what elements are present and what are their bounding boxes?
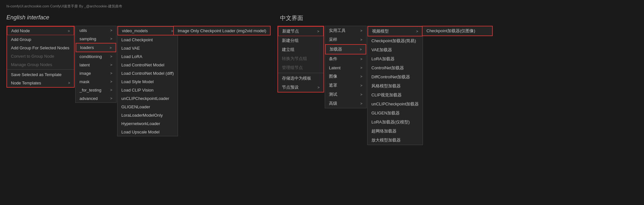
chinese-main-menu-item-4[interactable]: 管理组节点 (278, 63, 323, 72)
arrow-icon: > (110, 88, 112, 92)
chinese-loader-item-3[interactable]: ControlNet加载器 (368, 63, 423, 73)
chinese-loader-item-2[interactable]: LoRA加载器 (368, 54, 423, 63)
english-main-menu-item-5[interactable]: Save Selected as Template (7, 70, 74, 79)
english-utils-item-2[interactable]: loaders> (76, 43, 116, 52)
arrow-icon: > (110, 37, 112, 41)
english-loader-item-1[interactable]: Load VAE (117, 44, 178, 52)
arrow-icon: > (110, 96, 112, 100)
arrow-icon: > (360, 83, 362, 87)
chinese-section-title: 中文界面 (280, 14, 303, 22)
arrow-icon: > (110, 54, 112, 58)
chinese-utils-item-7[interactable]: 测试> (325, 90, 366, 99)
arrow-icon: > (317, 29, 319, 33)
chinese-main-menu-item-2[interactable]: 建立组 (278, 45, 323, 54)
english-utils-item-1[interactable]: sampling> (76, 34, 116, 43)
arrow-icon: > (416, 29, 418, 33)
chinese-utils-item-5[interactable]: 图像> (325, 72, 366, 81)
chinese-main-menu: 新建节点>新建分组建立组转换为节点组管理组节点存储选中为模板节点预设> (277, 26, 324, 93)
chinese-main-menu-item-5[interactable]: 存储选中为模板 (278, 74, 323, 83)
english-utils-item-0[interactable]: utils> (76, 26, 116, 34)
english-utils-item-6[interactable]: mask> (76, 77, 116, 86)
arrow-icon: > (360, 93, 362, 96)
english-utils-item-3[interactable]: conditioning> (76, 52, 116, 61)
english-main-menu: Add Node>Add GroupAdd Group For Selected… (6, 26, 75, 88)
chinese-main-menu-item-6[interactable]: 节点预设> (278, 83, 323, 92)
arrow-icon: > (360, 74, 362, 78)
english-loaders-menu: video_models>Load CheckpointLoad VAELoad… (117, 26, 178, 136)
english-loader-item-0[interactable]: Load Checkpoint (117, 35, 178, 44)
english-video-models-menu: Image Only Checkpoint Loader (img2vid mo… (173, 26, 271, 35)
chinese-loaders-menu: 视频模型>Checkpoint加载器(简易)VAE加载器LoRA加载器Contr… (367, 26, 423, 145)
chinese-utils-item-1[interactable]: 采样> (325, 35, 366, 44)
english-loader-item-9[interactable]: LoraLoaderModelOnly (117, 111, 178, 119)
english-loader-item-10[interactable]: HypernetworkLoader (117, 119, 178, 128)
arrow-icon: > (360, 102, 362, 105)
english-main-menu-item-3[interactable]: Convert to Group Node (7, 52, 74, 60)
english-loader-item-6[interactable]: Load CLIP Vision (117, 86, 178, 94)
chinese-main-menu-item-0[interactable]: 新建节点> (278, 26, 323, 36)
watermark: hi-comfyUI.archcookie.com ComfyUI速查手册 By… (6, 4, 122, 9)
watermark-text: ComfyUI速查手册 By _@archcookie-建筑曲奇 (50, 4, 122, 8)
arrow-icon: > (110, 28, 112, 32)
arrow-icon: > (68, 29, 70, 33)
arrow-icon: > (360, 57, 362, 61)
english-main-menu-item-2[interactable]: Add Group For Selected Nodes (7, 44, 74, 52)
chinese-loader-item-6[interactable]: CLIP视觉加载器 (368, 91, 423, 100)
chinese-loader-item-0[interactable]: Checkpoint加载器(简易) (368, 36, 423, 45)
video-models-header[interactable]: video_models> (117, 26, 178, 35)
english-loader-item-8[interactable]: GLIGENLoader (117, 102, 178, 111)
arrow-icon: > (110, 71, 112, 75)
english-main-menu-item-4[interactable]: Manage Group Nodes (7, 60, 74, 69)
chinese-main-menu-item-3[interactable]: 转换为节点组 (278, 54, 323, 63)
english-loader-item-2[interactable]: Load LoRA (117, 52, 178, 61)
english-loader-item-7[interactable]: unCLIPCheckpointLoader (117, 94, 178, 102)
english-main-menu-item-0[interactable]: Add Node> (7, 26, 74, 35)
english-main-menu-item-1[interactable]: Add Group (7, 35, 74, 44)
english-loader-item-5[interactable]: Load Style Model (117, 77, 178, 86)
arrow-icon: > (360, 66, 362, 70)
image-only-checkpoint-item[interactable]: Image Only Checkpoint Loader (img2vid mo… (174, 26, 270, 35)
chinese-video-models-menu: Checkpoint加载器(仅图像) (422, 26, 493, 36)
arrow-icon: > (360, 47, 362, 51)
chinese-video-models-header[interactable]: 视频模型> (368, 26, 423, 36)
chinese-utils-item-4[interactable]: Latent> (325, 63, 366, 72)
english-loader-item-11[interactable]: Load Upscale Model (117, 128, 178, 136)
english-utils-item-5[interactable]: image> (76, 69, 116, 77)
english-section-title: English interface (6, 14, 49, 21)
english-loader-item-3[interactable]: Load ControlNet Model (117, 61, 178, 69)
chinese-utils-item-8[interactable]: 高级> (325, 99, 366, 108)
chinese-loader-item-4[interactable]: DiffControlNet加载器 (368, 73, 423, 82)
arrow-icon: > (110, 63, 112, 67)
english-utils-item-8[interactable]: advanced> (76, 94, 116, 102)
chinese-utils-item-2[interactable]: 加载器> (325, 44, 366, 54)
chinese-utils-item-0[interactable]: 实用工具> (325, 26, 366, 35)
arrow-icon: > (68, 81, 70, 85)
watermark-site: hi-comfyUI.archcookie.com (6, 4, 49, 8)
english-utils-menu: utils>sampling>loaders>conditioning>late… (75, 26, 117, 103)
arrow-icon: > (110, 80, 112, 83)
english-loader-item-4[interactable]: Load ControlNet Model (diff) (117, 69, 178, 77)
arrow-icon: > (318, 85, 320, 89)
chinese-loader-item-1[interactable]: VAE加载器 (368, 45, 423, 54)
english-utils-item-4[interactable]: latent> (76, 61, 116, 69)
chinese-utils-item-6[interactable]: 遮罩> (325, 81, 366, 90)
chinese-loader-item-10[interactable]: 超网络加载器 (368, 127, 423, 136)
arrow-icon: > (110, 46, 112, 50)
arrow-icon: > (360, 29, 362, 33)
chinese-loader-item-5[interactable]: 风格模型加载器 (368, 82, 423, 91)
chinese-checkpoint-image-item[interactable]: Checkpoint加载器(仅图像) (423, 26, 492, 35)
chinese-loader-item-9[interactable]: LoRA加载器(仅模型) (368, 118, 423, 127)
arrow-icon: > (360, 38, 362, 42)
english-main-menu-item-6[interactable]: Node Templates> (7, 79, 74, 87)
chinese-loader-item-8[interactable]: GLIGEN加载器 (368, 109, 423, 118)
chinese-utils-item-3[interactable]: 条件> (325, 54, 366, 63)
chinese-utils-menu: 实用工具>采样>加载器>条件>Latent>图像>遮罩>测试>高级> (325, 26, 367, 108)
chinese-loader-item-7[interactable]: unCLIPCheckpoint加载器 (368, 100, 423, 109)
english-utils-item-7[interactable]: _for_testing> (76, 86, 116, 94)
chinese-loader-item-11[interactable]: 放大模型加载器 (368, 136, 423, 145)
chinese-main-menu-item-1[interactable]: 新建分组 (278, 36, 323, 45)
